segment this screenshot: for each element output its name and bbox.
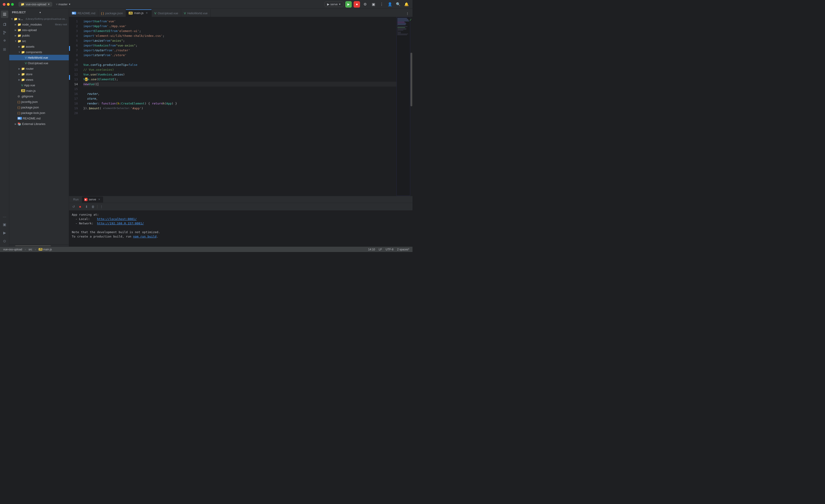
status-project[interactable]: vue-oss-upload (2, 247, 23, 252)
sidebar-toggle-icon[interactable] (1, 11, 8, 18)
tree-item-app-vue[interactable]: ▶ V App.vue (9, 82, 69, 88)
tree-item-src[interactable]: ▼ 📁 src (9, 38, 69, 44)
panel-tab-run[interactable]: Run (71, 196, 81, 202)
panel-stop-button[interactable]: ■ (77, 204, 83, 209)
serve-selector[interactable]: ▶ serve ▼ (324, 2, 344, 7)
more-options-icon[interactable]: … (1, 213, 8, 220)
search-icon[interactable]: 🔍 (395, 1, 401, 8)
debug-icon[interactable] (1, 37, 8, 45)
run-button[interactable]: ▶ (345, 1, 352, 8)
tab-package-json[interactable]: { } package.json (98, 9, 126, 17)
maximize-button[interactable] (11, 3, 14, 6)
minimize-button[interactable] (7, 3, 10, 6)
project-icon: 📁 (21, 3, 24, 6)
panel-scroll-down-button[interactable]: ⬇ (84, 204, 89, 209)
sidebar-dropdown-icon[interactable]: ▼ (39, 11, 66, 14)
tree-item-main-js[interactable]: ▶ JS main.js (9, 88, 69, 93)
tree-item-components[interactable]: ▼ 📁 components (9, 49, 69, 55)
status-position[interactable]: 14:10 (367, 247, 376, 252)
npm-run-build-link[interactable]: npm run build (133, 235, 157, 238)
panel-tab-close-serve[interactable]: ✕ (98, 198, 101, 201)
network-link[interactable]: http://192.168.0.157:8081/ (97, 222, 144, 225)
tree-item-public[interactable]: ▶ 📁 public (9, 33, 69, 38)
tab-ossupload-vue[interactable]: V OssUpload.vue (152, 9, 181, 17)
tab-helloworld-vue[interactable]: V HelloWorld.vue (181, 9, 211, 17)
branch-selector[interactable]: ⑂ master ▼ (54, 2, 73, 7)
tree-label-package: package.json (21, 106, 67, 109)
tree-item-gitignore[interactable]: ▶ ⊘ .gitignore (9, 93, 69, 99)
tree-item-package-lock-json[interactable]: ▶ { } package-lock.json (9, 110, 69, 115)
panel-more-button[interactable]: ⋮ (99, 204, 104, 209)
linenum-11: 11 (70, 67, 81, 72)
status-encoding[interactable]: UTF-8 (384, 247, 395, 252)
tree-item-ossupload-vue[interactable]: ▶ V OssUpload.vue (9, 60, 69, 66)
tree-label-external: External Libraries (22, 122, 67, 125)
tab-readme[interactable]: M↓ README.md (69, 9, 98, 17)
status-breadcrumb-file[interactable]: JS main.js (37, 247, 53, 252)
folder-icon-components: 📁 (21, 51, 25, 54)
tab-bar: M↓ README.md { } package.json JS main.js… (69, 9, 412, 17)
code-line-3: import ElementUI from 'element-ui'; (83, 28, 396, 33)
project-selector[interactable]: 📁 vue-oss-upload ▼ (18, 2, 52, 7)
tree-item-helloworld-vue[interactable]: ▶ V HelloWorld.vue (9, 55, 69, 60)
terminal-bottom-icon[interactable]: ▣ (1, 221, 8, 228)
tree-item-router[interactable]: ▶ 📁 router (9, 66, 69, 71)
editor-area: M↓ README.md { } package.json JS main.js… (69, 9, 412, 246)
tree-item-oss-upload[interactable]: ▶ 📁 oss-upload (9, 27, 69, 33)
folder-icon-root: 📁 (14, 17, 17, 21)
stop-button[interactable]: ■ (354, 1, 360, 8)
tree-item-store[interactable]: ▶ 📁 store (9, 71, 69, 77)
play-bottom-icon[interactable]: ▶ (1, 229, 8, 236)
status-breadcrumb-src[interactable]: src (27, 247, 33, 252)
extensions-icon[interactable]: ⊞ (1, 46, 8, 53)
notifications-icon[interactable]: 🔔 (403, 1, 410, 8)
panel-restart-button[interactable]: ↺ (71, 204, 76, 209)
code-line-8: import store from './store' (83, 53, 396, 58)
tree-item-root[interactable]: ▼ 📁 vue-oss-upload /Library/Soft/my-proj… (9, 16, 69, 22)
sidebar-scrollbar[interactable] (9, 245, 69, 246)
tree-item-jsconfig-json[interactable]: ▶ { } jsconfig.json (9, 99, 69, 104)
code-line-13: Vue.use(ElementUI); (83, 77, 396, 82)
more-icon[interactable]: ⋮ (378, 1, 385, 8)
tree-item-views[interactable]: ▶ 📁 views (9, 77, 69, 82)
vue-icon-ossupload: V (25, 62, 27, 65)
terminal-content[interactable]: App running at: - Local: http://localhos… (69, 211, 412, 246)
branch-label: master (59, 3, 68, 6)
tab-main-js[interactable]: JS main.js ✕ (126, 9, 152, 17)
tree-item-package-json[interactable]: ▶ { } package.json (9, 104, 69, 110)
tab-label-ossupload: OssUpload.vue (158, 11, 178, 15)
panel-serve-label: serve (89, 198, 96, 201)
tree-label-views: views (26, 78, 67, 81)
code-line-20 (83, 111, 396, 115)
account-icon[interactable]: 👤 (387, 1, 393, 8)
tree-label-root: vue-oss-upload (18, 17, 25, 21)
editor-content[interactable]: 1 2 3 4 5 6 7 8 9 10 11 12 13 14 (69, 17, 412, 196)
tab-more-icon[interactable]: ⋮ (404, 10, 410, 17)
layout-icon[interactable]: ▣ (370, 1, 377, 8)
editor-scrollbar[interactable]: ✓ (410, 17, 412, 196)
code-line-10: Vue.config.productionTip = false (83, 62, 396, 67)
status-indent[interactable]: 2 spaces* (396, 247, 410, 252)
panel-trash-button[interactable]: 🗑 (90, 204, 96, 209)
tree-item-assets[interactable]: ▶ 📁 assets (9, 44, 69, 49)
explorer-icon[interactable] (1, 21, 8, 28)
status-line-ending[interactable]: LF (377, 247, 383, 252)
local-link[interactable]: http://localhost:8081/ (97, 217, 137, 221)
code-line-7: import router from './router' (83, 48, 396, 53)
tree-item-external-libs[interactable]: ▶ 📚 External Libraries (9, 121, 69, 127)
tree-label-readme: README.md (23, 117, 67, 120)
code-line-11: // Vue.use(axios) (83, 67, 396, 72)
minimap (396, 17, 410, 196)
term-line-4 (72, 226, 410, 230)
tree-item-node-modules[interactable]: ▶ 📁 node_modules library root (9, 22, 69, 27)
code-editor[interactable]: import Vue from 'vue' import App from '.… (81, 17, 396, 196)
tab-close-main[interactable]: ✕ (145, 11, 149, 15)
panel-tab-serve[interactable]: ▶ serve ✕ (82, 196, 103, 202)
commit-icon[interactable]: ⊙ (1, 237, 8, 245)
svg-rect-1 (3, 14, 6, 14)
settings-icon[interactable]: ⚙ (362, 1, 368, 8)
git-icon[interactable] (1, 29, 8, 36)
close-button[interactable] (3, 3, 5, 6)
tree-item-readme[interactable]: ▶ M↓ README.md (9, 115, 69, 121)
linenum-6: 6 (70, 43, 81, 48)
